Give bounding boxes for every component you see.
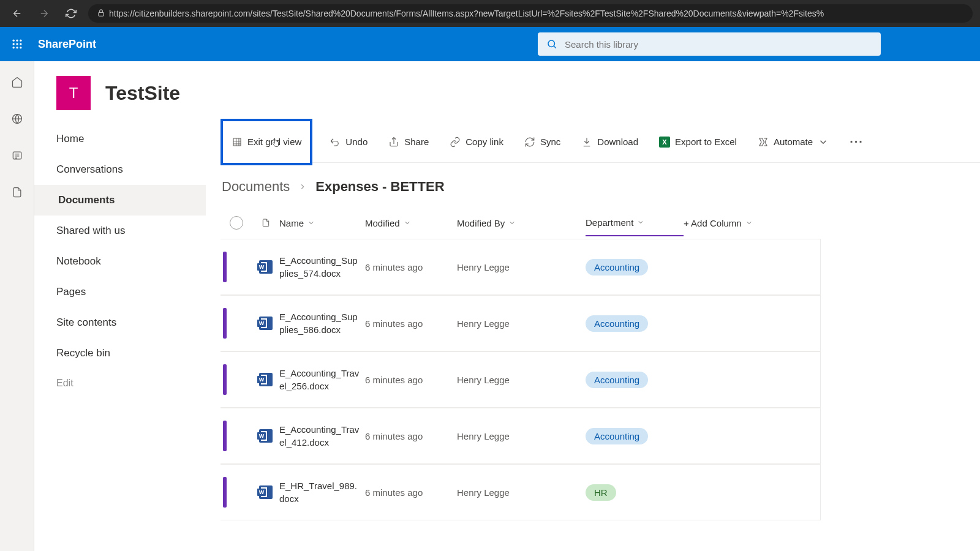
- word-icon: [259, 260, 273, 274]
- browser-reload-button[interactable]: [61, 4, 81, 23]
- file-name-cell[interactable]: E_Accounting_Travel_412.docx: [279, 423, 365, 449]
- suite-header: SharePoint: [0, 27, 980, 61]
- file-name-cell[interactable]: E_HR_Travel_989.docx: [279, 479, 365, 505]
- file-name-cell[interactable]: E_Accounting_Supplies_586.docx: [279, 310, 365, 336]
- nav-pages[interactable]: Pages: [34, 277, 206, 307]
- grid-icon: [232, 137, 243, 148]
- app-launcher-button[interactable]: [7, 34, 27, 54]
- modified-by-cell: Henry Legge: [457, 318, 586, 329]
- export-excel-button[interactable]: X Export to Excel: [655, 133, 741, 151]
- table-body: E_Accounting_Supplies_574.docx 6 minutes…: [221, 239, 980, 520]
- rail-files-icon[interactable]: [7, 182, 27, 202]
- department-cell[interactable]: Accounting: [586, 259, 684, 276]
- search-box[interactable]: [538, 32, 881, 56]
- select-all-circle[interactable]: [230, 216, 243, 230]
- browser-forward-button[interactable]: [34, 4, 54, 23]
- table-row[interactable]: E_Accounting_Travel_412.docx 6 minutes a…: [221, 408, 821, 464]
- copy-link-button[interactable]: Copy link: [446, 133, 507, 151]
- undo-icon: [330, 137, 341, 148]
- column-modified-by-label: Modified By: [457, 218, 505, 228]
- nav-documents[interactable]: Documents: [34, 185, 206, 216]
- file-type-cell: [252, 317, 279, 330]
- row-edit-marker: [223, 421, 227, 451]
- lock-icon: [97, 9, 105, 19]
- nav-notebook[interactable]: Notebook: [34, 246, 206, 277]
- download-button[interactable]: Download: [578, 133, 642, 151]
- share-label: Share: [404, 137, 429, 147]
- select-all-column[interactable]: [221, 216, 252, 230]
- app-name[interactable]: SharePoint: [38, 38, 96, 51]
- department-cell[interactable]: HR: [586, 484, 684, 501]
- rail-home-icon[interactable]: [7, 72, 27, 92]
- table-row[interactable]: E_Accounting_Supplies_574.docx 6 minutes…: [221, 239, 821, 295]
- nav-edit-link[interactable]: Edit: [34, 369, 206, 398]
- column-department-label: Department: [586, 217, 633, 228]
- browser-address-bar[interactable]: https://citizenbuilders.sharepoint.com/s…: [88, 4, 973, 23]
- table-row[interactable]: E_Accounting_Supplies_586.docx 6 minutes…: [221, 295, 821, 351]
- svg-point-4: [13, 43, 15, 45]
- nav-home[interactable]: Home: [34, 124, 206, 154]
- rail-globe-icon[interactable]: [7, 109, 27, 129]
- modified-cell: 6 minutes ago: [365, 375, 457, 385]
- modified-by-cell: Henry Legge: [457, 262, 586, 272]
- column-name[interactable]: Name: [279, 218, 365, 228]
- department-pill: Accounting: [586, 428, 648, 444]
- search-input[interactable]: [565, 39, 872, 50]
- sync-button[interactable]: Sync: [521, 133, 564, 151]
- file-name-cell[interactable]: E_Accounting_Travel_256.docx: [279, 367, 365, 392]
- nav-conversations[interactable]: Conversations: [34, 154, 206, 185]
- link-icon: [450, 137, 461, 148]
- browser-back-button[interactable]: [7, 4, 27, 23]
- table-row[interactable]: E_Accounting_Travel_256.docx 6 minutes a…: [221, 351, 821, 408]
- table-row[interactable]: E_HR_Travel_989.docx 6 minutes ago Henry…: [221, 464, 821, 520]
- download-icon: [581, 137, 592, 148]
- share-button[interactable]: Share: [385, 133, 432, 151]
- export-excel-label: Export to Excel: [675, 137, 737, 147]
- site-logo[interactable]: T: [56, 76, 91, 110]
- breadcrumb-root[interactable]: Documents: [222, 179, 290, 195]
- exit-grid-view-button[interactable]: Exit grid view: [221, 119, 312, 165]
- left-nav: Home Conversations Documents Shared with…: [34, 121, 206, 551]
- site-title[interactable]: TestSite: [105, 82, 180, 105]
- breadcrumb: Documents Expenses - BETTER: [221, 163, 980, 207]
- chevron-down-icon: [745, 219, 753, 227]
- breadcrumb-leaf: Expenses - BETTER: [315, 179, 444, 195]
- automate-button[interactable]: Automate: [754, 133, 832, 151]
- chevron-right-icon: [298, 179, 307, 195]
- rail-news-icon[interactable]: [7, 146, 27, 165]
- department-cell[interactable]: Accounting: [586, 372, 684, 388]
- department-cell[interactable]: Accounting: [586, 428, 684, 444]
- documents-table: Name Modified Modified By Department + A…: [221, 207, 980, 520]
- column-department[interactable]: Department: [586, 217, 684, 236]
- row-edit-marker: [223, 308, 227, 339]
- file-type-cell: [252, 373, 279, 386]
- toolbar: Exit grid view Undo Share Copy link Sync: [221, 121, 980, 163]
- nav-shared-with-us[interactable]: Shared with us: [34, 216, 206, 246]
- chevron-down-icon: [404, 219, 411, 227]
- svg-point-1: [13, 40, 15, 42]
- row-edit-marker: [223, 364, 227, 395]
- chevron-down-icon: [818, 137, 829, 148]
- add-column-button[interactable]: + Add Column: [684, 218, 782, 228]
- svg-point-8: [16, 47, 18, 48]
- nav-recycle-bin[interactable]: Recycle bin: [34, 338, 206, 369]
- department-pill: Accounting: [586, 372, 648, 388]
- undo-button[interactable]: Undo: [326, 133, 371, 151]
- add-column-label: + Add Column: [684, 218, 742, 228]
- file-type-cell: [252, 429, 279, 443]
- file-type-cell: [252, 485, 279, 499]
- column-modified-by[interactable]: Modified By: [457, 218, 586, 228]
- column-modified[interactable]: Modified: [365, 218, 457, 228]
- chevron-down-icon: [637, 219, 644, 226]
- copy-link-label: Copy link: [466, 137, 503, 147]
- row-edit-marker: [223, 477, 227, 508]
- share-icon: [388, 137, 399, 148]
- word-icon: [259, 373, 273, 386]
- nav-site-contents[interactable]: Site contents: [34, 307, 206, 338]
- file-name-cell[interactable]: E_Accounting_Supplies_574.docx: [279, 254, 365, 280]
- more-actions-button[interactable]: ···: [846, 135, 867, 149]
- modified-by-cell: Henry Legge: [457, 487, 586, 498]
- modified-cell: 6 minutes ago: [365, 431, 457, 441]
- file-type-column[interactable]: [252, 217, 279, 228]
- department-cell[interactable]: Accounting: [586, 315, 684, 332]
